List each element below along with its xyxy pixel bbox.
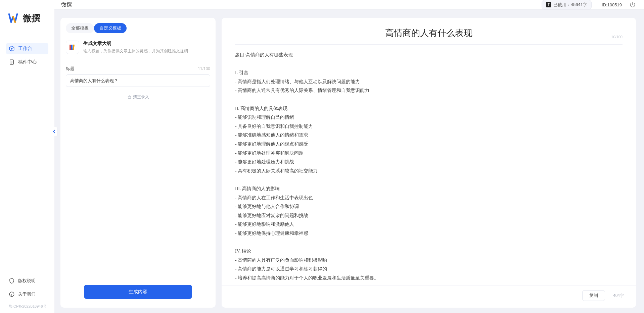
sidebar-collapse-button[interactable] (51, 127, 57, 136)
topbar: 微撰 T 已使用： 45641字 ID:100519 (54, 0, 644, 10)
nav-documents[interactable]: 稿件中心 (6, 56, 48, 68)
template-tabs: 全部模板 自定义模板 (60, 18, 216, 33)
nav-about[interactable]: 关于我们 (6, 289, 48, 300)
template-title: 生成文章大纲 (83, 41, 188, 47)
panels: 全部模板 自定义模板 生成文章大纲 输入标题，为你提供文章主体的灵感，并为其创建… (54, 10, 644, 313)
svg-rect-5 (128, 96, 131, 99)
sidebar: 微撰 工作台 稿件中心 版权说明 (0, 0, 54, 313)
user-id: ID:100519 (602, 2, 622, 7)
nav-label: 关于我们 (18, 291, 36, 297)
logo-icon (8, 12, 20, 24)
svg-rect-3 (71, 45, 73, 50)
usage-prefix: 已使用： (553, 2, 571, 8)
svg-rect-4 (73, 45, 75, 50)
power-icon[interactable] (629, 1, 636, 8)
panel-output: 高情商的人有什么表现 10/100 题目:高情商的人有哪些表现 I. 引言 - … (222, 18, 636, 308)
copy-button[interactable]: 复制 (582, 290, 605, 301)
output-body[interactable]: 题目:高情商的人有哪些表现 I. 引言 - 高情商是指人们处理情绪、与他人互动以… (222, 45, 636, 285)
nav-label: 工作台 (18, 46, 32, 52)
tab-custom-templates[interactable]: 自定义模板 (94, 23, 127, 33)
topbar-title: 微撰 (61, 1, 72, 8)
usage-badge[interactable]: T 已使用： 45641字 (542, 0, 592, 9)
title-input[interactable] (66, 74, 210, 87)
logo-text: 微撰 (23, 12, 40, 24)
field-counter: 11/100 (198, 66, 210, 71)
nav-copyright[interactable]: 版权说明 (6, 275, 48, 286)
logo: 微撰 (0, 12, 54, 43)
books-icon (66, 41, 79, 54)
output-title: 高情商的人有什么表现 (235, 27, 623, 39)
panel-input: 全部模板 自定义模板 生成文章大纲 输入标题，为你提供文章主体的灵感，并为其创建… (60, 18, 216, 308)
shield-icon (9, 278, 15, 284)
icp-text: 鄂ICP备2022016946号 (0, 304, 54, 313)
title-counter: 10/100 (611, 35, 623, 39)
clear-input-button[interactable]: 清空录入 (66, 94, 210, 100)
svg-rect-2 (70, 45, 71, 50)
nav-label: 版权说明 (18, 278, 36, 284)
doc-icon (9, 59, 15, 65)
generate-button[interactable]: 生成内容 (84, 285, 192, 299)
nav-workbench[interactable]: 工作台 (6, 43, 48, 54)
nav-bottom: 版权说明 关于我们 (0, 275, 54, 304)
usage-value: 45641字 (571, 2, 587, 8)
template-card: 生成文章大纲 输入标题，为你提供文章主体的灵感，并为其创建推文提纲 (60, 33, 216, 58)
tab-all-templates[interactable]: 全部模板 (66, 23, 94, 33)
text-icon: T (546, 2, 551, 7)
word-count: 404字 (613, 293, 624, 299)
main-area: 微撰 T 已使用： 45641字 ID:100519 全部模板 自定义模板 (54, 0, 644, 313)
info-icon (9, 291, 15, 297)
nav-label: 稿件中心 (18, 59, 37, 65)
cube-icon (9, 46, 15, 52)
clear-label: 清空录入 (133, 94, 149, 100)
field-label-title: 标题 (66, 66, 75, 72)
template-desc: 输入标题，为你提供文章主体的灵感，并为其创建推文提纲 (83, 48, 188, 54)
nav-main: 工作台 稿件中心 (0, 43, 54, 275)
